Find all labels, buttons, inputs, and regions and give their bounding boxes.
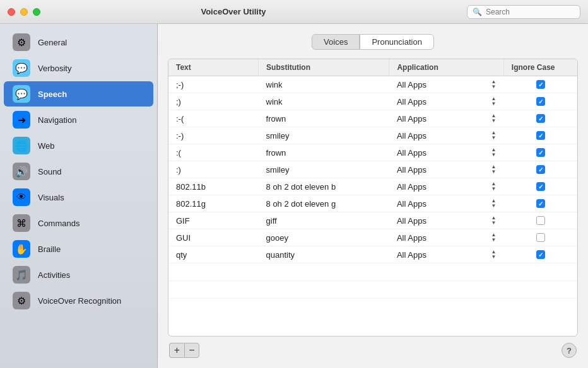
table-row: :)smileyAll Apps▲▼ xyxy=(168,161,577,178)
app-stepper[interactable]: ▲▼ xyxy=(491,130,496,141)
app-stepper[interactable]: ▲▼ xyxy=(491,233,496,243)
cell-application[interactable]: All Apps▲▼ xyxy=(389,212,503,229)
window-title: VoiceOver Utility xyxy=(0,7,467,16)
cell-application[interactable]: All Apps▲▼ xyxy=(389,127,503,144)
stepper-down[interactable]: ▼ xyxy=(491,135,496,141)
commands-icon: ⌘ xyxy=(13,214,30,232)
stepper-down[interactable]: ▼ xyxy=(491,255,496,260)
cell-empty xyxy=(168,263,259,281)
ignore-case-checkbox[interactable] xyxy=(536,131,545,140)
add-button[interactable]: + xyxy=(169,343,184,358)
add-remove-group: + − xyxy=(169,343,199,358)
sidebar-label-activities: Activities xyxy=(38,270,70,280)
app-stepper[interactable]: ▲▼ xyxy=(491,164,496,175)
cell-text: qty xyxy=(168,246,259,263)
cell-application[interactable]: All Apps▲▼ xyxy=(389,144,503,161)
sidebar-item-braille[interactable]: ✋Braille xyxy=(4,236,153,262)
stepper-down[interactable]: ▼ xyxy=(491,118,496,124)
app-stepper[interactable]: ▲▼ xyxy=(491,147,496,158)
navigation-icon: ➜ xyxy=(13,111,30,129)
cell-empty xyxy=(503,263,577,281)
sidebar-item-visuals[interactable]: 👁Visuals xyxy=(4,185,153,210)
table-row: GIFgiffAll Apps▲▼ xyxy=(168,212,577,229)
sidebar-item-web[interactable]: 🌐Web xyxy=(4,133,153,158)
sidebar-item-voiceover[interactable]: ⚙VoiceOver Recognition xyxy=(4,288,153,313)
cell-ignore-case xyxy=(503,246,577,263)
cell-application[interactable]: All Apps▲▼ xyxy=(389,246,503,263)
titlebar: VoiceOver Utility 🔍 xyxy=(0,0,588,24)
stepper-down[interactable]: ▼ xyxy=(491,187,496,192)
cell-ignore-case xyxy=(503,144,577,161)
cell-text: ;) xyxy=(168,93,259,110)
ignore-case-checkbox[interactable] xyxy=(536,80,545,89)
sidebar-item-commands[interactable]: ⌘Commands xyxy=(4,210,153,236)
remove-button[interactable]: − xyxy=(184,343,199,358)
cell-empty xyxy=(503,281,577,299)
app-text: All Apps xyxy=(397,148,426,158)
cell-substitution: wink xyxy=(259,76,389,93)
sidebar-item-speech[interactable]: 💬Speech xyxy=(4,81,153,106)
ignore-case-checkbox[interactable] xyxy=(536,250,545,259)
table-scroll[interactable]: TextSubstitutionApplicationIgnore Case ;… xyxy=(168,59,577,336)
table-row-empty xyxy=(168,281,577,299)
speech-icon: 💬 xyxy=(13,85,30,103)
stepper-down[interactable]: ▼ xyxy=(491,152,496,158)
sidebar-item-sound[interactable]: 🔊Sound xyxy=(4,159,153,184)
app-text: All Apps xyxy=(397,182,426,192)
stepper-down[interactable]: ▼ xyxy=(491,84,496,89)
table-row-empty xyxy=(168,299,577,316)
col-header-application: Application xyxy=(389,59,503,76)
app-stepper[interactable]: ▲▼ xyxy=(491,181,496,192)
ignore-case-checkbox[interactable] xyxy=(536,114,545,123)
sidebar-item-activities[interactable]: 🎵Activities xyxy=(4,262,153,287)
search-bar[interactable]: 🔍 xyxy=(467,5,580,19)
cell-application[interactable]: All Apps▲▼ xyxy=(389,229,503,246)
cell-text: ;-) xyxy=(168,76,259,93)
cell-application[interactable]: All Apps▲▼ xyxy=(389,195,503,212)
cell-application[interactable]: All Apps▲▼ xyxy=(389,76,503,93)
table-row: GUIgooeyAll Apps▲▼ xyxy=(168,229,577,246)
sidebar-label-general: General xyxy=(38,38,67,47)
cell-application[interactable]: All Apps▲▼ xyxy=(389,93,503,110)
cell-empty xyxy=(389,299,503,316)
cell-ignore-case xyxy=(503,127,577,144)
ignore-case-checkbox[interactable] xyxy=(536,165,545,174)
app-stepper[interactable]: ▲▼ xyxy=(491,96,496,106)
tab-voices[interactable]: Voices xyxy=(312,34,360,50)
stepper-down[interactable]: ▼ xyxy=(491,101,496,106)
stepper-down[interactable]: ▼ xyxy=(491,221,496,226)
stepper-down[interactable]: ▼ xyxy=(491,204,496,209)
app-text: All Apps xyxy=(397,97,426,106)
app-stepper[interactable]: ▲▼ xyxy=(491,250,496,260)
app-stepper[interactable]: ▲▼ xyxy=(491,79,496,89)
sidebar-label-visuals: Visuals xyxy=(38,193,64,202)
ignore-case-checkbox[interactable] xyxy=(536,199,545,208)
cell-application[interactable]: All Apps▲▼ xyxy=(389,178,503,195)
cell-text: :-( xyxy=(168,110,259,127)
ignore-case-checkbox[interactable] xyxy=(536,97,545,106)
cell-empty xyxy=(503,299,577,316)
cell-empty xyxy=(389,281,503,299)
sidebar-item-verbosity[interactable]: 💬Verbosity xyxy=(4,55,153,81)
ignore-case-checkbox[interactable] xyxy=(536,148,545,157)
cell-application[interactable]: All Apps▲▼ xyxy=(389,110,503,127)
app-stepper[interactable]: ▲▼ xyxy=(491,198,496,209)
app-stepper[interactable]: ▲▼ xyxy=(491,113,496,124)
tab-pronunciation[interactable]: Pronunciation xyxy=(360,34,434,50)
help-button[interactable]: ? xyxy=(562,343,577,358)
cell-application[interactable]: All Apps▲▼ xyxy=(389,161,503,178)
search-input[interactable] xyxy=(486,8,575,16)
visuals-icon: 👁 xyxy=(13,188,30,206)
stepper-down[interactable]: ▼ xyxy=(491,170,496,175)
stepper-down[interactable]: ▼ xyxy=(491,238,496,243)
sidebar-item-general[interactable]: ⚙General xyxy=(4,30,153,55)
sidebar-item-navigation[interactable]: ➜Navigation xyxy=(4,107,153,132)
cell-empty xyxy=(259,281,389,299)
ignore-case-checkbox[interactable] xyxy=(536,233,545,242)
cell-substitution: smiley xyxy=(259,161,389,178)
cell-text: 802.11g xyxy=(168,195,259,212)
app-stepper[interactable]: ▲▼ xyxy=(491,216,496,226)
ignore-case-checkbox[interactable] xyxy=(536,182,545,191)
cell-ignore-case xyxy=(503,76,577,93)
ignore-case-checkbox[interactable] xyxy=(536,216,545,225)
